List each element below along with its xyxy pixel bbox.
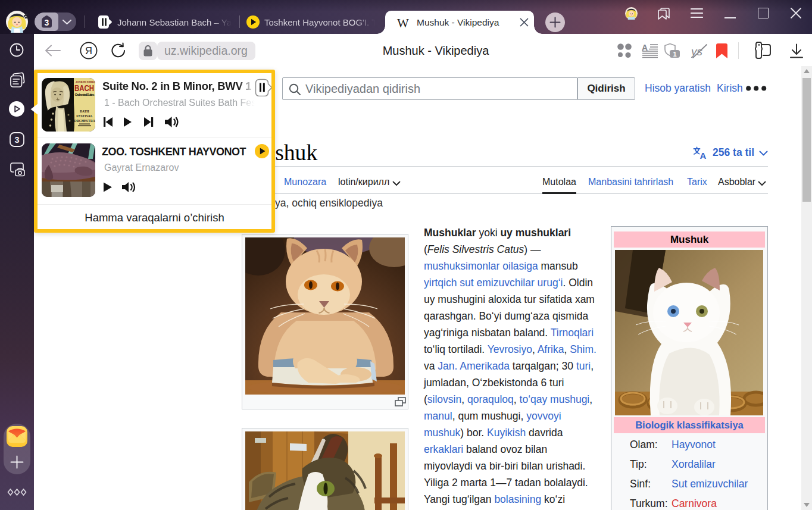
- svg-text:Orchestral Suites: Orchestral Suites: [75, 93, 95, 96]
- svg-text:FESTIVAL: FESTIVAL: [76, 114, 93, 118]
- svg-text:ys: ys: [691, 45, 703, 58]
- svg-text:3: 3: [45, 18, 49, 27]
- svg-text:ORCHESTRA: ORCHESTRA: [74, 119, 95, 123]
- svg-text:3: 3: [14, 135, 19, 145]
- svg-text:BACH: BACH: [74, 83, 94, 93]
- svg-text:BATH: BATH: [80, 109, 89, 113]
- svg-text:1: 1: [673, 51, 676, 58]
- svg-text:Я: Я: [85, 45, 92, 56]
- svg-text:A: A: [700, 151, 707, 159]
